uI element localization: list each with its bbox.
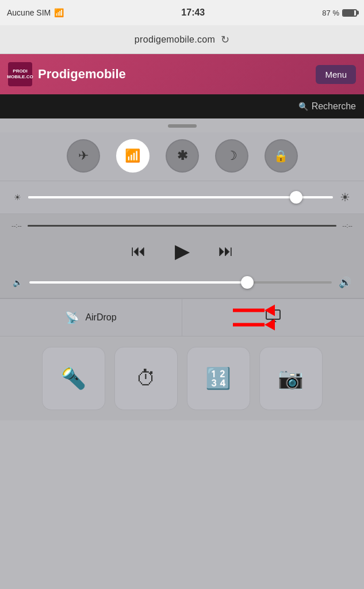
- media-controls: ⏮ ▶ ⏭: [0, 232, 364, 269]
- calculator-icon: 🔢: [205, 366, 231, 391]
- site-title: Prodigemobile: [38, 67, 126, 82]
- toggle-bluetooth[interactable]: ✱: [166, 139, 199, 173]
- carrier-text: Aucune SIM: [7, 8, 51, 17]
- brightness-min-icon: ☀: [14, 193, 21, 202]
- airplane-icon: ✈: [78, 148, 89, 163]
- url-bar[interactable]: prodigemobile.com ↻: [0, 25, 364, 54]
- volume-section: 🔈 🔊: [0, 269, 364, 298]
- cc-handle[interactable]: [0, 118, 364, 132]
- services-section: 📡 AirDrop: [0, 299, 364, 336]
- rewind-button[interactable]: ⏮: [131, 242, 146, 260]
- reload-button[interactable]: ↻: [221, 33, 229, 46]
- status-battery: 87 %: [322, 9, 357, 17]
- wifi-icon: 📶: [54, 8, 64, 17]
- flashlight-icon: 🔦: [60, 366, 86, 391]
- brightness-max-icon: ☀: [340, 190, 350, 204]
- toggle-airplane[interactable]: ✈: [67, 139, 100, 173]
- quick-actions-section: 🔦 ⏱ 🔢 📷: [0, 336, 364, 420]
- media-progress-bar: --:-- --:--: [0, 214, 364, 232]
- toggle-donotdisturb[interactable]: ☽: [215, 139, 248, 173]
- site-logo-area: PRODI MOBILE.CO Prodigemobile: [8, 62, 126, 86]
- search-icon: 🔍: [298, 102, 308, 111]
- status-bar: Aucune SIM 📶 17:43 87 %: [0, 0, 364, 25]
- airdrop-label: AirDrop: [85, 312, 116, 323]
- wifi-toggle-icon: 📶: [125, 148, 140, 163]
- airdrop-icon: 📡: [65, 311, 79, 324]
- cc-handle-bar: [168, 124, 197, 128]
- fast-forward-button[interactable]: ⏭: [219, 242, 233, 260]
- brightness-slider[interactable]: [28, 196, 333, 198]
- battery-percent-text: 87 %: [322, 9, 339, 17]
- search-bar[interactable]: 🔍 Recherche: [0, 94, 364, 118]
- bluetooth-icon: ✱: [177, 148, 187, 163]
- camera-button[interactable]: 📷: [259, 347, 323, 410]
- battery-fill: [343, 10, 354, 16]
- timer-icon: ⏱: [136, 366, 156, 391]
- media-section: --:-- --:-- ⏮ ▶ ⏭ 🔈 🔊: [0, 214, 364, 299]
- status-carrier-wifi: Aucune SIM 📶: [7, 8, 64, 17]
- timer-button[interactable]: ⏱: [114, 347, 178, 410]
- brightness-fill: [28, 196, 296, 198]
- volume-slider[interactable]: [29, 281, 332, 284]
- media-time-start-icon: --:--: [12, 222, 22, 229]
- camera-icon: 📷: [278, 366, 304, 391]
- media-seek-slider[interactable]: [28, 225, 337, 227]
- media-seek-fill: [28, 225, 337, 227]
- volume-max-icon: 🔊: [339, 276, 351, 289]
- toggle-rotation-lock[interactable]: 🔒: [265, 139, 298, 173]
- volume-thumb[interactable]: [241, 276, 254, 289]
- airdrop-button[interactable]: 📡 AirDrop: [0, 299, 182, 336]
- control-center: ✈ 📶 ✱ ☽ 🔒 ☀ ☀ --:--: [0, 118, 364, 589]
- red-arrows-annotation: [233, 305, 275, 331]
- site-header: PRODI MOBILE.CO Prodigemobile Menu: [0, 54, 364, 94]
- search-label: Recherche: [312, 101, 356, 112]
- moon-icon: ☽: [226, 148, 237, 163]
- site-logo: PRODI MOBILE.CO: [8, 62, 32, 86]
- cc-toggles-section: ✈ 📶 ✱ ☽ 🔒: [0, 132, 364, 181]
- play-button[interactable]: ▶: [175, 239, 190, 262]
- url-text: prodigemobile.com: [135, 35, 215, 45]
- volume-fill: [29, 281, 247, 284]
- brightness-section: ☀ ☀: [0, 181, 364, 214]
- rotation-lock-icon: 🔒: [274, 149, 288, 163]
- status-time: 17:43: [181, 7, 205, 18]
- flashlight-button[interactable]: 🔦: [42, 347, 105, 410]
- media-time-end-icon: --:--: [342, 222, 352, 229]
- volume-min-icon: 🔈: [13, 278, 22, 287]
- menu-button[interactable]: Menu: [316, 65, 356, 84]
- brightness-thumb[interactable]: [290, 191, 302, 204]
- toggle-wifi[interactable]: 📶: [116, 139, 150, 173]
- calculator-button[interactable]: 🔢: [187, 347, 250, 410]
- battery-icon: [342, 9, 357, 17]
